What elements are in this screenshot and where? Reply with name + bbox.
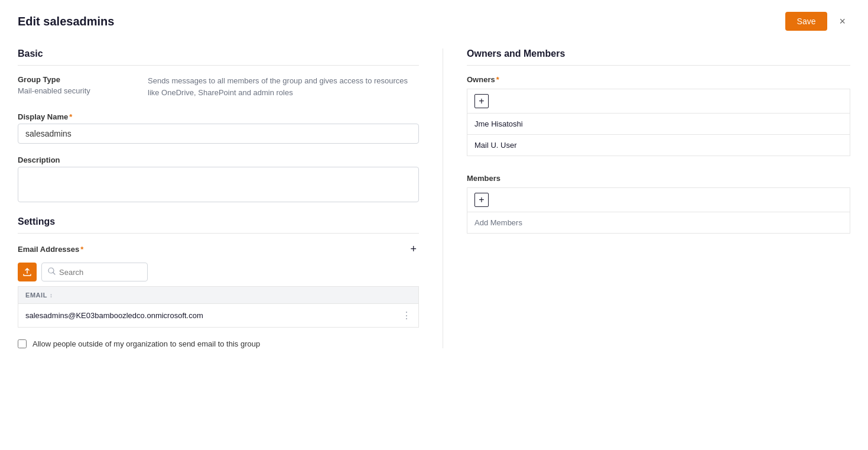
save-button[interactable]: Save — [785, 12, 828, 31]
checkbox-row: Allow people outside of my organization … — [18, 339, 419, 348]
owner-item-1: Jme Hisatoshi — [467, 113, 850, 134]
add-member-row[interactable]: + — [467, 187, 850, 212]
group-type-value: Mail-enabled security — [18, 86, 136, 95]
group-type-label: Group Type — [18, 75, 136, 84]
add-owner-row[interactable]: + — [467, 89, 850, 113]
outside-org-label: Allow people outside of my organization … — [32, 339, 260, 348]
owner-item-2: Mail U. User — [467, 134, 850, 156]
svg-line-1 — [53, 273, 55, 274]
owners-section: Owners * + Jme Hisatoshi Mail U. User — [467, 75, 850, 156]
display-name-label: Display Name * — [18, 112, 419, 121]
owners-label: Owners * — [467, 75, 850, 84]
sort-arrow[interactable]: ↕ — [50, 292, 53, 299]
group-type-description: Sends messages to all members of the gro… — [148, 75, 419, 98]
email-addresses-header: Email Addresses * + — [18, 243, 419, 255]
add-members-label-item: Add Members — [467, 212, 850, 234]
page-container: Edit salesadmins Save × Basic Group Type… — [0, 0, 868, 450]
left-column: Basic Group Type Mail-enabled security S… — [18, 48, 443, 348]
display-name-required-star: * — [69, 112, 72, 121]
display-name-input[interactable] — [18, 124, 419, 144]
description-label: Description — [18, 156, 419, 164]
row-actions-button[interactable]: ⋮ — [402, 310, 411, 321]
group-type-row: Group Type Mail-enabled security Sends m… — [18, 75, 419, 98]
settings-section: Settings Email Addresses * + — [18, 216, 419, 348]
members-section: Members + Add Members — [467, 174, 850, 234]
members-label: Members — [467, 174, 850, 183]
outside-org-checkbox[interactable] — [18, 339, 27, 348]
content-columns: Basic Group Type Mail-enabled security S… — [18, 48, 850, 348]
email-table-header: EMAIL ↕ — [18, 287, 418, 303]
owners-required-star: * — [496, 75, 499, 84]
search-input[interactable] — [59, 268, 136, 277]
header: Edit salesadmins Save × — [18, 12, 850, 31]
group-type-info: Group Type Mail-enabled security — [18, 75, 136, 95]
email-cell: salesadmins@KE03bamboozledco.onmicrosoft… — [25, 311, 203, 320]
email-addresses-label: Email Addresses * — [18, 245, 83, 254]
email-table: EMAIL ↕ salesadmins@KE03bamboozledco.onm… — [18, 286, 419, 328]
owners-members-section-title: Owners and Members — [467, 48, 850, 66]
add-email-button[interactable]: + — [408, 243, 419, 255]
email-table-row: salesadmins@KE03bamboozledco.onmicrosoft… — [18, 303, 418, 327]
add-member-plus-btn[interactable]: + — [474, 193, 489, 207]
description-group: Description — [18, 156, 419, 202]
search-area — [18, 263, 419, 281]
right-column: Owners and Members Owners * + Jme Hisato… — [443, 48, 850, 348]
page-title: Edit salesadmins — [18, 15, 114, 28]
basic-section-title: Basic — [18, 48, 419, 66]
description-input[interactable] — [18, 167, 419, 202]
email-required-star: * — [80, 245, 83, 254]
settings-section-title: Settings — [18, 216, 419, 234]
header-actions: Save × — [785, 12, 850, 31]
add-owner-plus-btn[interactable]: + — [474, 94, 489, 108]
display-name-group: Display Name * — [18, 112, 419, 144]
search-box — [41, 263, 148, 281]
close-button[interactable]: × — [834, 13, 850, 30]
upload-button[interactable] — [18, 263, 37, 281]
upload-icon — [23, 268, 31, 276]
search-icon — [48, 267, 56, 277]
